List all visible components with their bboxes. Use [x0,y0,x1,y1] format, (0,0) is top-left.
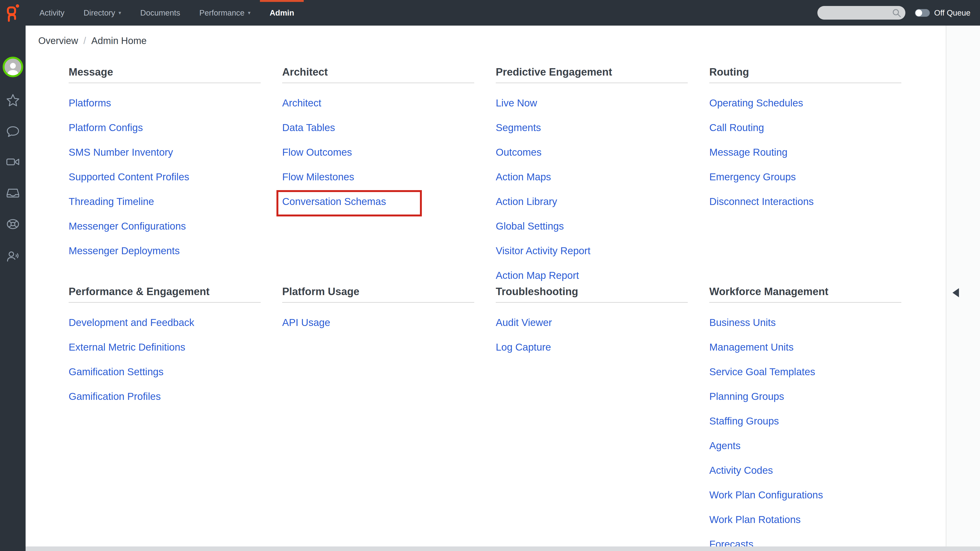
link-supported-content-profiles[interactable]: Supported Content Profiles [68,171,189,183]
list-item: Action Map Report [496,270,688,283]
sidebar-item-video[interactable] [0,155,25,169]
link-flow-outcomes[interactable]: Flow Outcomes [282,147,352,158]
top-bar: ActivityDirectory▾DocumentsPerformance▾A… [0,0,980,25]
link-call-routing[interactable]: Call Routing [709,122,764,133]
list-item: API Usage [282,317,474,330]
link-work-plan-rotations[interactable]: Work Plan Rotations [709,514,801,525]
sidebar-item-favorites[interactable] [0,93,25,107]
list-item: External Metric Definitions [68,342,261,355]
sidebar-item-interactions[interactable] [0,217,25,231]
link-segments[interactable]: Segments [496,122,541,133]
link-work-plan-configurations[interactable]: Work Plan Configurations [709,489,823,500]
link-action-map-report[interactable]: Action Map Report [496,270,579,281]
nav-item-label: Activity [40,8,65,18]
section-links: Audit ViewerLog Capture [496,317,688,355]
link-emergency-groups[interactable]: Emergency Groups [709,171,796,183]
link-live-now[interactable]: Live Now [496,97,537,108]
link-data-tables[interactable]: Data Tables [282,122,335,133]
sidebar-item-agents[interactable] [0,249,25,264]
section-links: Operating SchedulesCall RoutingMessage R… [709,97,901,209]
link-business-units[interactable]: Business Units [709,317,776,328]
link-agents[interactable]: Agents [709,440,741,451]
nav-item-activity[interactable]: Activity [30,0,74,25]
breadcrumb: Overview / Admin Home [38,35,146,46]
section-architect: ArchitectArchitectData TablesFlow Outcom… [282,66,474,295]
link-disconnect-interactions[interactable]: Disconnect Interactions [709,196,814,207]
section-message: MessagePlatformsPlatform ConfigsSMS Numb… [68,66,261,295]
life-ring-icon [6,217,20,231]
list-item: Development and Feedback [68,317,261,330]
sidebar-item-inbox[interactable] [0,186,25,200]
link-development-and-feedback[interactable]: Development and Feedback [68,317,194,328]
off-queue-toggle[interactable] [915,9,930,17]
list-item: Flow Milestones [282,172,474,185]
avatar-status-ring [3,57,23,77]
link-messenger-configurations[interactable]: Messenger Configurations [68,220,186,232]
link-conversation-schemas[interactable]: Conversation Schemas [282,196,386,207]
list-item: Action Library [496,196,688,209]
section-workforce-management: Workforce ManagementBusiness UnitsManage… [709,286,901,551]
list-item: Global Settings [496,221,688,234]
list-item: Management Units [709,342,901,355]
section-title: Performance & Engagement [68,286,261,303]
link-visitor-activity-report[interactable]: Visitor Activity Report [496,245,590,256]
chevron-down-icon: ▾ [248,10,250,16]
breadcrumb-admin-home[interactable]: Admin Home [91,35,146,46]
link-threading-timeline[interactable]: Threading Timeline [68,196,154,207]
link-audit-viewer[interactable]: Audit Viewer [496,317,552,328]
link-sms-number-inventory[interactable]: SMS Number Inventory [68,147,173,158]
link-messenger-deployments[interactable]: Messenger Deployments [68,245,180,256]
list-item: Work Plan Configurations [709,489,901,502]
nav-item-label: Performance [199,8,245,18]
link-operating-schedules[interactable]: Operating Schedules [709,97,803,108]
link-activity-codes[interactable]: Activity Codes [709,465,773,476]
link-action-maps[interactable]: Action Maps [496,171,551,183]
link-global-settings[interactable]: Global Settings [496,220,564,232]
nav-item-admin[interactable]: Admin [260,0,304,25]
list-item: Call Routing [709,122,901,135]
list-item: Architect [282,97,474,110]
list-item: Agents [709,440,901,453]
link-outcomes[interactable]: Outcomes [496,147,541,158]
link-platforms[interactable]: Platforms [68,97,111,108]
sidebar-item-chat[interactable] [0,124,25,138]
link-log-capture[interactable]: Log Capture [496,341,551,353]
section-links: ArchitectData TablesFlow OutcomesFlow Mi… [282,97,474,209]
link-platform-configs[interactable]: Platform Configs [68,122,143,133]
link-planning-groups[interactable]: Planning Groups [709,391,784,402]
star-icon [6,93,20,107]
link-api-usage[interactable]: API Usage [282,317,330,328]
list-item: Flow Outcomes [282,147,474,160]
section-links: PlatformsPlatform ConfigsSMS Number Inve… [68,97,261,258]
nav-item-documents[interactable]: Documents [131,0,190,25]
link-architect[interactable]: Architect [282,97,321,108]
sections-row-2: Performance & EngagementDevelopment and … [68,286,901,551]
section-title: Architect [282,66,474,83]
link-service-goal-templates[interactable]: Service Goal Templates [709,366,815,377]
breadcrumb-separator: / [83,35,86,46]
list-item: Platforms [68,97,261,110]
breadcrumb-overview[interactable]: Overview [38,35,78,46]
link-gamification-profiles[interactable]: Gamification Profiles [68,391,161,402]
collapse-panel-arrow-icon[interactable] [953,288,959,297]
link-external-metric-definitions[interactable]: External Metric Definitions [68,341,185,353]
link-action-library[interactable]: Action Library [496,196,557,207]
list-item: Conversation Schemas [282,196,474,209]
list-item: Segments [496,122,688,135]
nav-item-directory[interactable]: Directory▾ [74,0,131,25]
search-input[interactable] [818,6,905,20]
link-flow-milestones[interactable]: Flow Milestones [282,171,354,183]
link-message-routing[interactable]: Message Routing [709,147,788,158]
nav-item-performance[interactable]: Performance▾ [190,0,260,25]
section-title: Message [68,66,261,83]
section-title: Troubleshooting [496,286,688,303]
link-staffing-groups[interactable]: Staffing Groups [709,416,779,427]
genesys-logo[interactable] [0,0,25,25]
chevron-down-icon: ▾ [119,10,121,16]
list-item: Work Plan Rotations [709,514,901,527]
link-gamification-settings[interactable]: Gamification Settings [68,366,164,377]
sidebar: ? [0,25,25,551]
section-links: Development and FeedbackExternal Metric … [68,317,261,404]
link-management-units[interactable]: Management Units [709,341,794,353]
user-avatar[interactable] [0,57,25,77]
